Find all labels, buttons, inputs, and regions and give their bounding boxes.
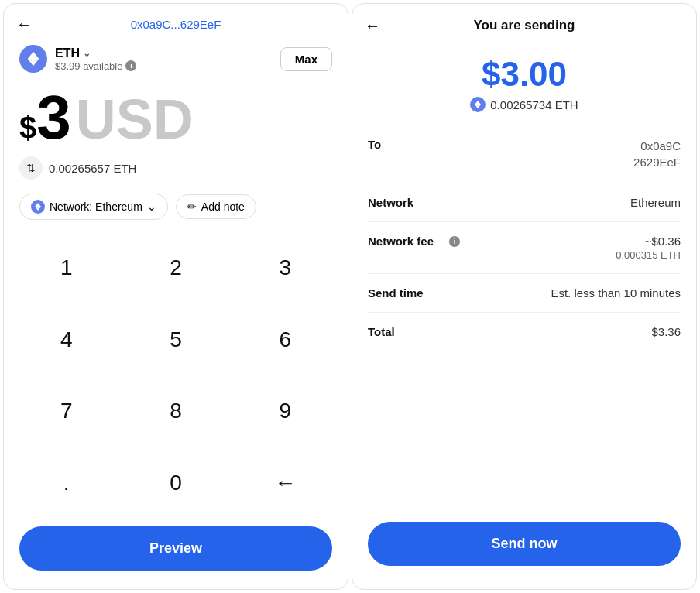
send-time-row: Send time Est. less than 10 minutes <box>368 274 681 313</box>
right-header: ← You are sending <box>352 4 696 41</box>
key-1[interactable]: 1 <box>12 232 121 304</box>
key-7[interactable]: 7 <box>12 375 121 447</box>
key-8[interactable]: 8 <box>121 375 230 447</box>
network-button[interactable]: Network: Ethereum ⌄ <box>19 194 168 220</box>
network-chevron-icon: ⌄ <box>147 201 156 213</box>
max-button[interactable]: Max <box>280 47 332 71</box>
token-left: ETH ⌄ $3.99 available i <box>19 45 136 73</box>
preview-btn-wrap: Preview <box>4 519 348 589</box>
add-note-button[interactable]: ✏ Add note <box>176 194 256 219</box>
amount-currency: USD <box>76 91 194 147</box>
to-label: To <box>368 138 445 151</box>
left-header: ← 0x0a9C...629EeF <box>4 4 348 39</box>
right-title: You are sending <box>474 18 575 33</box>
send-time-value: Est. less than 10 minutes <box>551 286 681 300</box>
eth-equiv-text: 0.00265657 ETH <box>49 162 136 175</box>
to-address-line1: 0x0a9C <box>633 138 681 154</box>
fee-value: ~$0.36 <box>645 235 681 248</box>
fee-row: Network fee i ~$0.36 0.000315 ETH <box>368 222 681 274</box>
fee-label-row: Network fee i <box>368 235 460 248</box>
eth-equiv-row: ⇅ 0.00265657 ETH <box>4 152 348 189</box>
left-panel: ← 0x0a9C...629EeF ETH ⌄ $3.99 available … <box>3 3 348 590</box>
details-section: To 0x0a9C 2629EeF Network Ethereum Netwo… <box>352 125 696 514</box>
swap-icon[interactable]: ⇅ <box>19 156 43 180</box>
total-value: $3.36 <box>651 325 681 338</box>
send-eth-amount: 0.00265734 ETH <box>490 98 578 111</box>
amount-display: $ 3 USD <box>4 79 348 152</box>
to-address: 0x0a9C 2629EeF <box>633 138 681 170</box>
token-chevron-icon: ⌄ <box>83 48 91 59</box>
network-row: Network Ethereum <box>368 183 681 222</box>
wallet-address[interactable]: 0x0a9C...629EeF <box>131 18 221 31</box>
key-3[interactable]: 3 <box>231 232 340 304</box>
amount-number: 3 <box>36 87 71 149</box>
balance-info-icon[interactable]: i <box>125 60 136 71</box>
total-row: Total $3.36 <box>368 313 681 351</box>
pencil-icon: ✏ <box>187 201 197 213</box>
network-detail-label: Network <box>368 196 445 209</box>
eth-token-icon <box>19 45 47 73</box>
fee-value-block: ~$0.36 0.000315 ETH <box>616 235 681 261</box>
token-name[interactable]: ETH ⌄ <box>55 46 136 60</box>
send-amount-section: $3.00 0.00265734 ETH <box>352 41 696 125</box>
left-back-arrow[interactable]: ← <box>16 15 32 33</box>
key-5[interactable]: 5 <box>121 304 230 376</box>
key-4[interactable]: 4 <box>12 304 121 376</box>
send-now-button[interactable]: Send now <box>368 522 681 566</box>
keypad: 1 2 3 4 5 6 7 8 9 . 0 ← <box>4 232 348 519</box>
network-label: Network: Ethereum <box>50 201 142 213</box>
key-backspace[interactable]: ← <box>231 447 340 519</box>
send-usd-amount: $3.00 <box>482 55 567 94</box>
controls-row: Network: Ethereum ⌄ ✏ Add note <box>4 189 348 232</box>
token-info: ETH ⌄ $3.99 available i <box>55 46 136 72</box>
to-address-line2: 2629EeF <box>633 154 681 170</box>
key-6[interactable]: 6 <box>231 304 340 376</box>
dollar-sign: $ <box>19 111 36 146</box>
network-eth-icon <box>31 200 45 214</box>
send-eth-row: 0.00265734 ETH <box>470 97 578 112</box>
right-back-arrow[interactable]: ← <box>365 17 380 35</box>
send-eth-icon <box>470 97 486 112</box>
total-label: Total <box>368 325 445 338</box>
key-9[interactable]: 9 <box>231 375 340 447</box>
add-note-label: Add note <box>201 201 245 213</box>
key-dot[interactable]: . <box>12 447 121 519</box>
fee-label: Network fee <box>368 235 445 248</box>
key-2[interactable]: 2 <box>121 232 230 304</box>
preview-button[interactable]: Preview <box>19 526 332 571</box>
fee-eth-value: 0.000315 ETH <box>616 249 681 261</box>
network-detail-value: Ethereum <box>630 196 681 209</box>
to-row: To 0x0a9C 2629EeF <box>368 125 681 183</box>
key-0[interactable]: 0 <box>121 447 230 519</box>
send-now-wrap: Send now <box>352 514 696 589</box>
token-balance: $3.99 available i <box>55 60 136 72</box>
fee-info-icon[interactable]: i <box>449 236 460 247</box>
token-row: ETH ⌄ $3.99 available i Max <box>4 39 348 79</box>
right-panel: ← You are sending $3.00 0.00265734 ETH T… <box>352 3 697 590</box>
send-time-label: Send time <box>368 286 445 300</box>
